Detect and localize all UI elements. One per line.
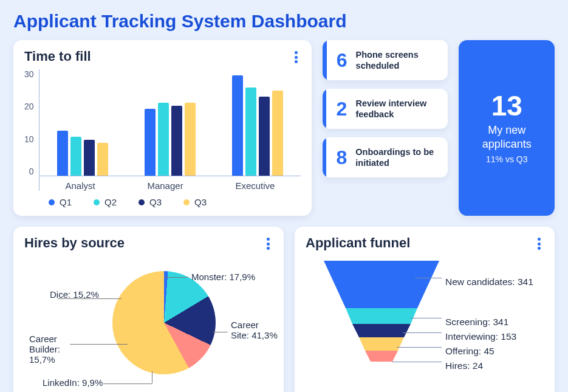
pie-label-dice: Dice: 15,2% [50, 289, 99, 300]
kpi-sublabel: 11% vs Q3 [486, 154, 527, 164]
legend-label: Q2 [104, 197, 117, 207]
applicant-funnel-title: Applicant funnel [306, 235, 544, 251]
bar [70, 137, 81, 176]
time-to-fill-chart: 30 20 10 0 Analyst Manager Executive [24, 69, 301, 191]
task-text: Review interview feedback [355, 98, 448, 120]
bar [145, 109, 156, 176]
kebab-menu-icon[interactable] [533, 235, 545, 252]
kpi-label: My new applicants [468, 123, 545, 151]
legend-swatch-icon [139, 199, 145, 205]
task-text: Onboardings to be initiated [355, 146, 448, 168]
task-pill-review-feedback[interactable]: 2 Review interview feedback [323, 89, 448, 129]
funnel-label-interview: Interviewing: 153 [445, 331, 516, 342]
y-tick: 0 [29, 167, 34, 176]
kebab-menu-icon[interactable] [262, 235, 274, 252]
task-count: 6 [327, 49, 356, 72]
leader-line-icon [415, 278, 442, 278]
pie-label-career-builder: Career Builder: 15,7% [29, 334, 84, 365]
leader-line-icon [213, 332, 228, 332]
page-title: Applicant Tracking System Dashboard [13, 11, 555, 32]
y-tick: 30 [24, 69, 34, 79]
leader-line-icon [403, 332, 442, 333]
task-pill-phone-screens[interactable]: 6 Phone screens scheduled [323, 40, 448, 80]
bar-group [57, 69, 108, 176]
y-tick: 10 [24, 134, 34, 144]
bar-group [145, 69, 196, 176]
funnel-stage [352, 324, 411, 337]
task-pill-onboardings[interactable]: 8 Onboardings to be initiated [323, 137, 448, 177]
category-label: Manager [147, 181, 183, 191]
legend-label: Q3 [194, 197, 207, 207]
bar-group [232, 69, 283, 176]
leader-line-icon [164, 277, 188, 278]
leader-line-icon [152, 371, 152, 383]
funnel-chart: New candidates: 341 Screening: 341 Inter… [306, 256, 544, 390]
bar-plot-area: Analyst Manager Executive [39, 69, 301, 191]
bar [158, 103, 169, 176]
bar [259, 97, 270, 176]
legend-label: Q3 [149, 197, 162, 207]
time-to-fill-legend: Q1 Q2 Q3 Q3 [24, 197, 301, 207]
bar [57, 131, 68, 176]
bar [272, 91, 283, 176]
funnel-stage [365, 351, 398, 362]
legend-swatch-icon [183, 199, 190, 205]
legend-swatch-icon [94, 199, 100, 205]
leader-line-icon [103, 383, 152, 384]
legend-swatch-icon [49, 199, 55, 205]
bar [232, 75, 243, 176]
bar [171, 106, 182, 176]
bar [84, 140, 95, 176]
bar [185, 103, 196, 176]
bar [97, 143, 108, 176]
kebab-menu-icon[interactable] [290, 49, 302, 66]
kpi-value: 13 [491, 92, 522, 120]
y-tick: 20 [24, 101, 34, 111]
legend-item: Q3 [183, 197, 207, 207]
funnel-label-new: New candidates: 341 [445, 277, 533, 287]
task-count: 8 [326, 146, 355, 169]
pie-icon [112, 271, 216, 374]
category-label: Executive [235, 181, 275, 191]
leader-line-icon [397, 347, 442, 348]
pie-label-career-site: Career Site: 41,3% [231, 320, 279, 340]
hires-by-source-title: Hires by source [24, 235, 273, 251]
hires-by-source-card: Hires by source Monster: 17,9% Dice: 15,… [13, 227, 284, 392]
pie-chart: Monster: 17,9% Dice: 15,2% Career Site: … [24, 256, 273, 392]
task-list: 6 Phone screens scheduled 2 Review inter… [323, 40, 448, 216]
legend-item: Q1 [49, 197, 72, 207]
time-to-fill-title: Time to fill [24, 49, 301, 64]
legend-label: Q1 [60, 197, 72, 207]
task-count: 2 [326, 98, 355, 120]
funnel-label-screening: Screening: 341 [445, 317, 508, 328]
bar [245, 88, 256, 176]
funnel-label-hires: Hires: 24 [445, 360, 483, 371]
legend-item: Q2 [94, 197, 117, 207]
funnel-stage [359, 337, 404, 351]
funnel-stage [346, 308, 417, 324]
applicant-funnel-card: Applicant funnel New candidates: 341 Scr… [295, 227, 555, 392]
pie-label-linkedin: LinkedIn: 9,9% [43, 377, 103, 388]
y-axis: 30 20 10 0 [24, 69, 34, 191]
time-to-fill-card: Time to fill 30 20 10 0 Analyst Manager … [13, 40, 312, 216]
funnel-stage [324, 261, 439, 308]
leader-line-icon [410, 318, 442, 318]
legend-item: Q3 [139, 197, 162, 207]
funnel-label-offering: Offering: 45 [445, 346, 494, 357]
category-label: Analyst [65, 181, 95, 191]
pie-label-monster: Monster: 17,9% [191, 272, 255, 282]
leader-line-icon [392, 362, 442, 362]
kpi-new-applicants[interactable]: 13 My new applicants 11% vs Q3 [459, 40, 555, 216]
task-text: Phone screens scheduled [356, 49, 448, 71]
